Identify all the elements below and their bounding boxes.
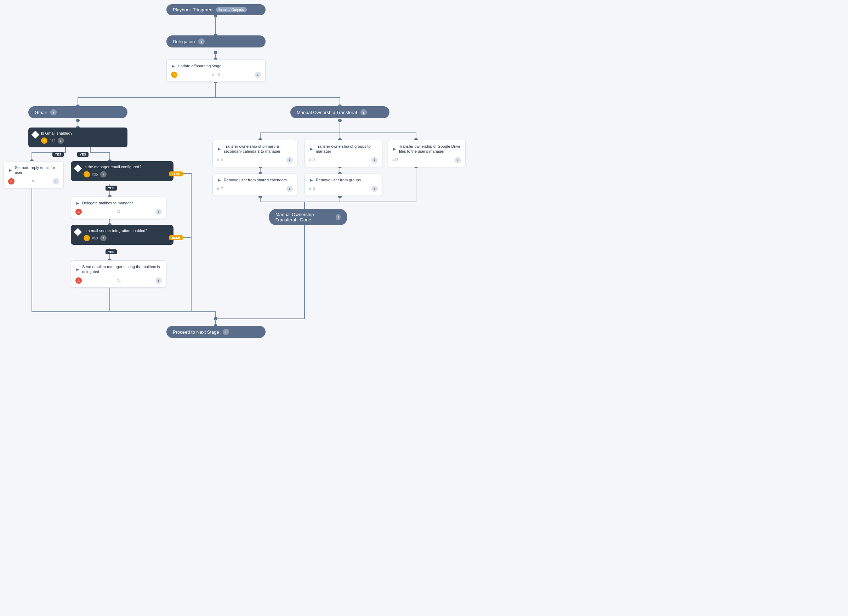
proceed-info-btn[interactable]: i [223, 329, 229, 335]
mail-sender-number: #59 [92, 236, 98, 240]
transfer-cal-title: Transfer ownership of primary & secondar… [224, 144, 293, 154]
delegate-number: #7 [117, 210, 120, 214]
manager-email-badge: ⚡ [83, 171, 90, 177]
delegation-label: Delegation [173, 39, 195, 44]
gmail-label: Gmail [35, 110, 47, 115]
mail-sender-diamond [74, 228, 82, 236]
is-gmail-enabled-node[interactable]: Is Gmail enabled? ⚡ #74 i [28, 128, 127, 147]
proceed-label: Proceed to Next Stage [173, 330, 219, 335]
transfer-calendars-node[interactable]: ► Transfer ownership of primary & second… [212, 140, 297, 167]
remove-grp-number: #10 [309, 187, 315, 191]
transfer-groups-node[interactable]: ► Transfer ownership of groups to manage… [304, 140, 382, 167]
trigger-node: Playbook Triggered Inputs / Outputs [166, 4, 265, 15]
manager-email-diamond [74, 164, 82, 172]
manual-ownership-label: Manual Ownership Transferal [297, 110, 357, 115]
transfer-grp-title: Transfer ownership of groups to manager [316, 144, 378, 154]
transfer-cal-info[interactable]: i [286, 157, 293, 163]
delegate-mailbox-node[interactable]: ► Delegate mailbox to manager ⚠ #7 i [71, 197, 166, 219]
is-gmail-info[interactable]: i [58, 137, 64, 144]
update-offboarding-info[interactable]: i [255, 71, 261, 78]
manager-email-else: ELSE [169, 170, 183, 177]
send-email-manager-node[interactable]: ► Send email to manager stating the mail… [71, 260, 166, 288]
manual-done-label: Manual Ownership Transferal - Done [276, 212, 332, 223]
transfer-cal-number: #14 [217, 158, 223, 162]
proceed-node: Proceed to Next Stage i [166, 326, 265, 338]
mail-sender-label: Is a mail sender integration enabled? [83, 229, 169, 233]
mail-sender-badge: ⚡ [83, 235, 90, 241]
is-manager-email-node[interactable]: Is the manager email configured? ⚡ #35 i [71, 161, 173, 181]
is-manager-label: Is the manager email configured? [83, 165, 169, 169]
auto-reply-icon: ► [8, 168, 13, 173]
delegate-icon: ► [76, 200, 80, 206]
transfer-drv-info[interactable]: i [455, 157, 461, 163]
update-offboarding-badge: ⚡ [171, 71, 177, 78]
gmail-diamond-icon [31, 131, 40, 139]
remove-grp-info[interactable]: i [371, 186, 378, 192]
manager-email-number: #35 [92, 172, 98, 177]
transfer-grp-icon: ► [309, 146, 314, 151]
transfer-drv-number: #13 [392, 158, 398, 162]
is-mail-sender-node[interactable]: Is a mail sender integration enabled? ⚡ … [71, 225, 173, 245]
delegation-node: Delegation i [166, 36, 265, 47]
update-offboarding-title: Update offboarding stage [178, 64, 221, 68]
remove-cal-icon: ► [217, 177, 222, 183]
delegate-badge: ⚠ [76, 209, 82, 215]
inputs-outputs-badge[interactable]: Inputs / Outputs [216, 7, 247, 12]
send-email-number: #8 [117, 278, 120, 282]
auto-reply-number: #6 [31, 179, 36, 183]
delegate-info[interactable]: i [156, 209, 162, 215]
manual-ownership-node: Manual Ownership Transferal i [291, 106, 390, 118]
transfer-cal-icon: ► [217, 146, 222, 151]
trigger-label: Playbook Triggered [173, 7, 212, 12]
transfer-drv-title: Transfer ownership of Google Drive files… [399, 144, 461, 154]
mail-sender-else: ELSE [169, 234, 183, 240]
manager-email-info[interactable]: i [100, 171, 107, 177]
remove-cal-number: #17 [217, 187, 223, 191]
remove-cal-title: Remove user from shared calendars [224, 177, 287, 183]
manual-ownership-done-node: Manual Ownership Transferal - Done i [269, 209, 347, 225]
update-offboarding-number: #110 [212, 73, 220, 77]
gmail-yes-right: YES [77, 151, 89, 157]
manual-done-info[interactable]: i [336, 214, 341, 220]
auto-reply-title: Set auto-reply email for user [15, 165, 59, 175]
svg-point-3 [214, 50, 217, 54]
is-gmail-badge: ⚡ [41, 137, 47, 144]
is-gmail-number: #74 [50, 139, 56, 143]
gmail-info-btn[interactable]: i [50, 109, 57, 116]
manual-ownership-info-btn[interactable]: i [360, 109, 367, 116]
mail-sender-info[interactable]: i [100, 235, 107, 241]
remove-grp-title: Remove user from groups [316, 177, 361, 183]
send-email-badge: ⚠ [76, 278, 82, 284]
delegate-title: Delegate mailbox to manager [82, 200, 133, 205]
svg-point-35 [214, 317, 217, 321]
gmail-yes-left: YES [52, 151, 64, 157]
send-email-icon: ► [76, 267, 80, 272]
svg-point-20 [338, 119, 342, 122]
transfer-grp-number: #12 [309, 158, 315, 162]
remove-cal-info[interactable]: i [286, 186, 293, 192]
transfer-drive-node[interactable]: ► Transfer ownership of Google Drive fil… [388, 140, 466, 167]
update-offboarding-node[interactable]: ► Update offboarding stage ⚡ #110 i [166, 59, 265, 82]
send-email-info[interactable]: i [156, 278, 162, 284]
auto-reply-info[interactable]: i [53, 178, 59, 184]
gmail-node: Gmail i [28, 106, 127, 118]
auto-reply-badge: ⚠ [8, 178, 15, 184]
remove-groups-node[interactable]: ► Remove user from groups #10 i [304, 174, 382, 196]
update-offboarding-icon: ► [171, 64, 176, 69]
transfer-drv-icon: ► [392, 146, 397, 151]
mail-sender-yes: YES [105, 248, 117, 254]
manager-email-yes: YES [105, 184, 117, 191]
set-auto-reply-node[interactable]: ► Set auto-reply email for user ⚠ #6 i [3, 161, 64, 189]
remove-grp-icon: ► [309, 177, 314, 183]
remove-shared-calendars-node[interactable]: ► Remove user from shared calendars #17 … [212, 174, 297, 196]
is-gmail-label: Is Gmail enabled? [41, 131, 123, 135]
transfer-grp-info[interactable]: i [371, 157, 378, 163]
svg-point-10 [76, 119, 80, 122]
delegation-info-btn[interactable]: i [198, 38, 205, 45]
send-email-title: Send email to manager stating the mailbo… [82, 264, 162, 275]
